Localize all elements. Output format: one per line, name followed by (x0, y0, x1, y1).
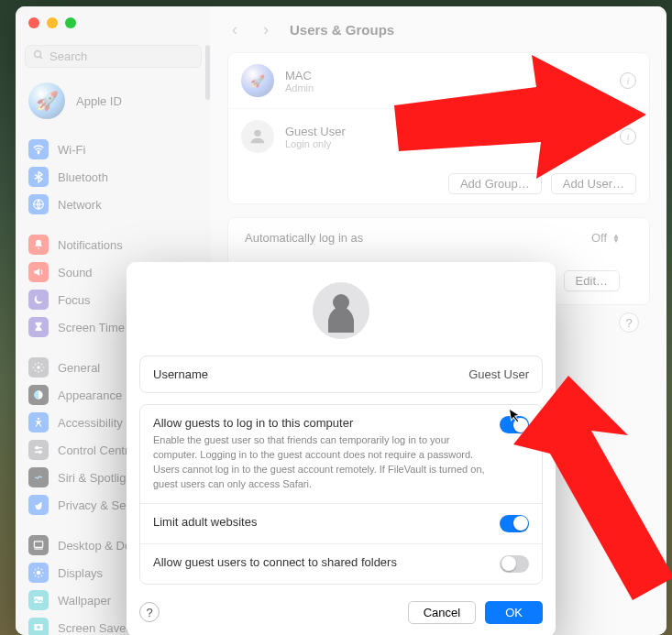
username-panel: Username Guest User (139, 356, 543, 393)
zoom-icon[interactable] (65, 17, 76, 28)
minimize-icon[interactable] (47, 17, 58, 28)
help-button[interactable]: ? (139, 602, 160, 622)
cancel-button[interactable]: Cancel (408, 601, 476, 624)
guest-avatar (313, 282, 369, 339)
ok-button[interactable]: OK (485, 601, 543, 624)
person-icon (328, 307, 354, 333)
username-value: Guest User (468, 367, 529, 381)
sheet-footer: ? Cancel OK (139, 596, 543, 624)
window-controls (28, 17, 76, 28)
guest-options-panel: Allow guests to log in to this computer … (139, 404, 543, 585)
close-icon[interactable] (28, 17, 39, 28)
shared-folders-label: Allow guest users to connect to shared f… (153, 555, 397, 569)
shared-folders-toggle[interactable] (500, 555, 529, 573)
allow-guests-label: Allow guests to log in to this computer (153, 416, 485, 430)
limit-adult-label: Limit adult websites (153, 515, 257, 529)
allow-guests-desc: Enable the guest user so that friends ca… (153, 433, 485, 492)
guest-user-sheet: Username Guest User Allow guests to log … (127, 262, 556, 635)
allow-guests-toggle[interactable] (500, 416, 529, 433)
username-label: Username (153, 367, 208, 381)
limit-adult-toggle[interactable] (500, 515, 529, 532)
